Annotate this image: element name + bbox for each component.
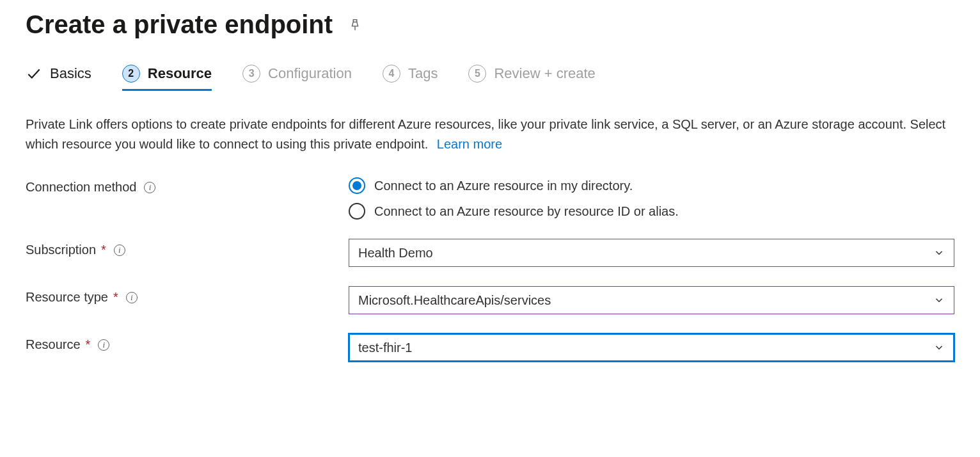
subscription-select[interactable]: Health Demo (349, 239, 954, 267)
radio-connect-resource-id[interactable]: Connect to an Azure resource by resource… (349, 203, 954, 220)
info-icon[interactable]: i (98, 339, 109, 351)
field-label: Resource type (26, 290, 108, 305)
tab-step-number: 4 (383, 65, 400, 83)
radio-icon (349, 177, 365, 194)
tab-step-number: 5 (468, 65, 486, 83)
form-section: Connection method i Connect to an Azure … (26, 176, 954, 362)
info-icon[interactable]: i (114, 245, 125, 256)
chevron-down-icon (933, 294, 945, 306)
tab-basics[interactable]: Basics (26, 65, 91, 90)
field-label: Subscription (26, 243, 96, 257)
tab-label: Configuration (268, 65, 352, 82)
select-value: Health Demo (358, 246, 433, 261)
connection-method-radio-group: Connect to an Azure resource in my direc… (349, 176, 954, 220)
field-resource: Resource * i test-fhir-1 (26, 333, 954, 362)
chevron-down-icon (933, 247, 945, 259)
radio-label: Connect to an Azure resource in my direc… (374, 179, 633, 193)
field-resource-type: Resource type * i Microsoft.HealthcareAp… (26, 286, 954, 314)
tab-label: Tags (408, 65, 438, 82)
select-value: test-fhir-1 (358, 341, 412, 355)
required-indicator: * (101, 243, 106, 257)
field-connection-method: Connection method i Connect to an Azure … (26, 176, 954, 220)
select-value: Microsoft.HealthcareApis/services (358, 293, 551, 308)
field-label: Connection method (26, 180, 136, 195)
chevron-down-icon (933, 342, 945, 353)
page-header: Create a private endpoint (26, 0, 954, 65)
required-indicator: * (86, 337, 91, 352)
field-subscription: Subscription * i Health Demo (26, 239, 954, 267)
learn-more-link[interactable]: Learn more (437, 137, 502, 151)
tab-tags[interactable]: 4 Tags (383, 65, 438, 90)
tab-step-number: 2 (122, 65, 140, 83)
resource-select[interactable]: test-fhir-1 (349, 333, 954, 362)
tab-label: Review + create (494, 65, 595, 82)
tab-description: Private Link offers options to create pr… (26, 115, 947, 154)
wizard-tabs: Basics 2 Resource 3 Configuration 4 Tags… (26, 65, 954, 95)
field-label: Resource (26, 337, 81, 352)
tab-review-create[interactable]: 5 Review + create (468, 65, 595, 90)
resource-type-select[interactable]: Microsoft.HealthcareApis/services (349, 286, 954, 314)
info-icon[interactable]: i (144, 182, 155, 193)
tab-resource[interactable]: 2 Resource (122, 65, 212, 90)
radio-icon (349, 203, 365, 220)
checkmark-icon (26, 65, 42, 82)
required-indicator: * (113, 290, 118, 305)
radio-connect-directory[interactable]: Connect to an Azure resource in my direc… (349, 177, 954, 194)
svg-rect-0 (353, 19, 357, 22)
pin-icon[interactable] (348, 18, 362, 32)
page-title: Create a private endpoint (26, 10, 333, 39)
tab-label: Resource (148, 65, 212, 82)
info-icon[interactable]: i (126, 292, 138, 303)
tab-label: Basics (50, 65, 91, 82)
tab-configuration[interactable]: 3 Configuration (242, 65, 352, 90)
radio-label: Connect to an Azure resource by resource… (374, 204, 679, 219)
tab-step-number: 3 (242, 65, 260, 83)
